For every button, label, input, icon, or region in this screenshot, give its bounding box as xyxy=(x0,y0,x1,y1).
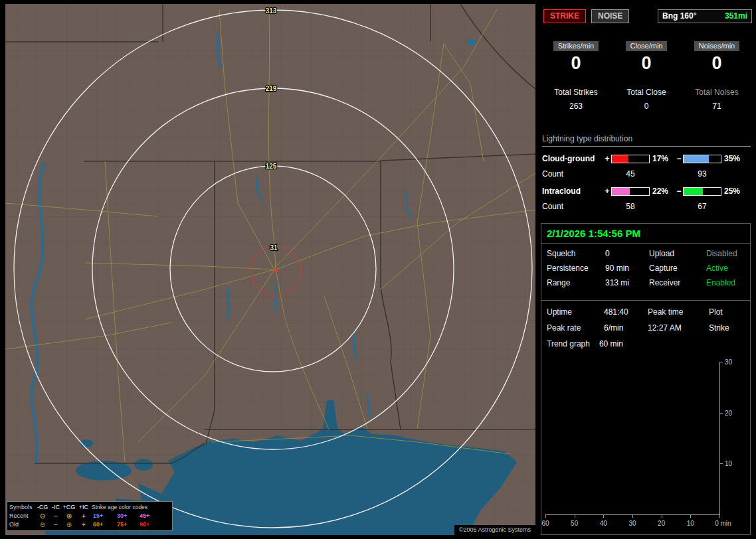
peak-rate-value: 6/min xyxy=(604,323,648,333)
cg-positive-count: 45 xyxy=(611,169,650,179)
legend-col-cg-neg: -CG xyxy=(36,503,49,512)
ic-positive-pct: 22% xyxy=(650,187,675,196)
cloud-ground-label: Cloud-ground xyxy=(542,154,603,163)
x-axis-label-20: 20 xyxy=(658,520,665,527)
range-label: Range xyxy=(547,278,605,287)
cg-positive-bar-fill xyxy=(612,155,628,163)
mode-toolbar: STRIKE NOISE Bng 160° 351mi xyxy=(541,9,752,23)
ring-label-125: 125 xyxy=(266,163,277,170)
datetime-readout: 2/1/2026 1:54:56 PM xyxy=(541,228,750,244)
ic-positive-count: 58 xyxy=(611,202,650,211)
noises-per-min-value: 0 xyxy=(682,53,752,74)
minus-sign: − xyxy=(675,187,683,196)
map-canvas[interactable]: 313 219 125 31 xyxy=(5,4,535,535)
total-noises-label: Total Noises xyxy=(682,88,752,97)
x-axis-label-30: 30 xyxy=(628,520,636,527)
ic-negative-count: 67 xyxy=(683,202,721,211)
intracloud-row: Intracloud + 22% − 25% xyxy=(542,185,751,198)
cloud-ground-count-row: Count 45 93 xyxy=(542,167,751,181)
radar-map[interactable]: 313 219 125 31 Symbols -CG -IC +CG +IC S… xyxy=(5,4,535,535)
cloud-ground-row: Cloud-ground + 17% − 35% xyxy=(542,152,751,165)
strikes-per-min-block: Strikes/min 0 xyxy=(541,41,611,74)
bearing-readout: Bng 160° 351mi xyxy=(658,9,752,23)
bearing-value: 351mi xyxy=(725,11,747,21)
total-close-label: Total Close xyxy=(611,88,682,97)
age-30: 30+ xyxy=(116,512,138,520)
total-close-value: 0 xyxy=(611,102,682,111)
upload-label: Upload xyxy=(649,249,706,258)
strikes-per-min-value: 0 xyxy=(541,53,611,74)
legend-age-header: Strike age color codes xyxy=(92,503,161,512)
total-strikes-block: Total Strikes 263 xyxy=(541,88,611,111)
legend-col-ic-neg: -IC xyxy=(49,503,62,512)
cg-count-label: Count xyxy=(542,169,603,179)
ic-pos-recent-icon: + xyxy=(76,512,92,520)
lightning-distribution: Lightning type distribution Cloud-ground… xyxy=(542,134,751,217)
ic-neg-recent-icon: − xyxy=(49,512,62,520)
ring-label-313: 313 xyxy=(266,7,277,15)
age-90: 90+ xyxy=(138,520,161,529)
trend-graph-header: Trend graph 60 min xyxy=(541,333,750,348)
trend-graph-plot[interactable]: 30 20 10 xyxy=(545,362,720,515)
legend-old-label: Old xyxy=(9,520,36,529)
y-axis-label-20: 20 xyxy=(725,409,732,416)
ring-label-31: 31 xyxy=(270,244,278,252)
legend-recent-row: Recent ⊖ − ⊕ + 15+ 30+ 45+ xyxy=(9,512,170,520)
map-legend: Symbols -CG -IC +CG +IC Strike age color… xyxy=(7,501,173,531)
distribution-title: Lightning type distribution xyxy=(542,134,751,147)
total-noises-block: Total Noises 71 xyxy=(682,88,752,111)
rate-counters: Strikes/min 0 Close/min 0 Noises/min 0 xyxy=(541,41,752,74)
y-axis-label-10: 10 xyxy=(725,460,732,467)
x-axis-label-60: 60 xyxy=(541,520,549,527)
x-tick xyxy=(603,514,604,518)
legend-old-row: Old ⊖ − ⊕ + 60+ 75+ 90+ xyxy=(9,520,170,529)
cg-negative-count: 93 xyxy=(683,169,721,179)
capture-label: Capture xyxy=(649,264,706,273)
cg-negative-bar-fill xyxy=(684,155,709,163)
noise-mode-button[interactable]: NOISE xyxy=(591,9,629,23)
x-tick xyxy=(545,514,546,518)
y-tick xyxy=(719,413,723,414)
plot-value: Strike xyxy=(709,323,747,333)
x-axis-label-10: 10 xyxy=(687,520,694,527)
settings-grid: Squelch 0 Upload Disabled Persistence 90… xyxy=(541,244,750,287)
persistence-value: 90 min xyxy=(605,264,649,273)
x-axis-label-50: 50 xyxy=(571,520,578,527)
strikes-per-min-chip[interactable]: Strikes/min xyxy=(553,41,599,51)
total-noises-value: 71 xyxy=(682,102,752,111)
receiver-status: Enabled xyxy=(706,278,750,287)
close-per-min-chip[interactable]: Close/min xyxy=(626,41,668,51)
noises-per-min-block: Noises/min 0 xyxy=(682,41,752,74)
strike-mode-button[interactable]: STRIKE xyxy=(543,9,586,23)
intracloud-label: Intracloud xyxy=(542,187,603,196)
x-tick xyxy=(575,514,575,518)
receiver-status-box: 2/1/2026 1:54:56 PM Squelch 0 Upload Dis… xyxy=(541,223,751,301)
total-close-block: Total Close 0 xyxy=(611,88,682,111)
plus-sign: + xyxy=(603,154,611,163)
minus-sign: − xyxy=(675,154,683,163)
uptime-value: 481:40 xyxy=(604,307,648,317)
x-tick xyxy=(719,514,720,518)
close-per-min-block: Close/min 0 xyxy=(611,41,682,74)
ic-negative-bar-fill xyxy=(684,188,703,195)
cg-pos-old-icon: ⊕ xyxy=(62,521,76,529)
noises-per-min-chip[interactable]: Noises/min xyxy=(694,41,739,51)
legend-recent-label: Recent xyxy=(9,512,36,520)
x-axis-label-40: 40 xyxy=(600,520,607,527)
intracloud-count-row: Count 58 67 xyxy=(542,200,751,213)
copyright-label: ©2005 Astrogenic Systems xyxy=(454,525,535,535)
status-panel: STRIKE NOISE Bng 160° 351mi Strikes/min … xyxy=(541,4,752,535)
peak-rate-label: Peak rate xyxy=(547,323,604,333)
y-tick xyxy=(719,463,723,464)
upload-status: Disabled xyxy=(706,249,750,258)
cg-neg-recent-icon: ⊖ xyxy=(36,512,49,520)
age-75: 75+ xyxy=(116,520,138,529)
close-per-min-value: 0 xyxy=(611,53,682,74)
ic-pos-old-icon: + xyxy=(76,521,92,529)
trend-graph-label: Trend graph xyxy=(547,339,590,348)
age-60: 60+ xyxy=(92,520,116,529)
x-axis-label-0min: 0 min xyxy=(715,520,731,527)
range-value: 313 mi xyxy=(605,278,649,287)
ic-negative-pct: 25% xyxy=(721,187,749,196)
ring-label-219: 219 xyxy=(266,85,277,92)
